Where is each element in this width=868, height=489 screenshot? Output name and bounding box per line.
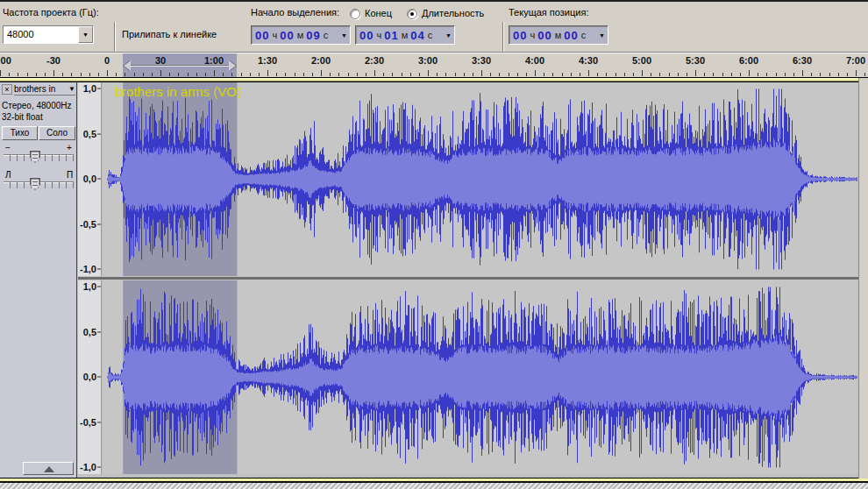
ruler-tick	[428, 70, 429, 76]
window-bottom-strip	[0, 478, 868, 489]
ruler-tick	[687, 73, 687, 76]
ruler-tick	[481, 70, 482, 76]
selection-duration-timefield[interactable]: 00 ч 01 м 04 с ▼	[355, 25, 455, 45]
ruler-tick	[0, 70, 1, 76]
ruler-tick	[490, 73, 491, 76]
ruler-time-label: 4:00	[525, 55, 544, 66]
ruler-tick	[169, 73, 170, 76]
ruler-tick	[205, 73, 206, 76]
vertical-ruler-left-channel[interactable]: 1,00,50,0-0,5-1,0	[78, 82, 102, 276]
chevron-down-icon[interactable]: ▼	[443, 32, 454, 39]
ruler-time-label: 1:00	[204, 55, 224, 66]
ruler-tick	[348, 73, 349, 76]
ruler-tick	[659, 73, 660, 76]
ruler-tick	[597, 73, 598, 76]
ruler-tick	[820, 73, 821, 76]
hours-value[interactable]: 00	[513, 29, 527, 42]
ruler-tick	[571, 73, 572, 76]
minutes-unit: м	[402, 30, 409, 40]
selection-start-timefield[interactable]: 00 ч 00 м 09 с ▼	[251, 25, 351, 45]
ruler-tick	[793, 73, 794, 76]
ruler-tick	[847, 73, 848, 76]
chevron-down-icon[interactable]: ▼	[596, 32, 608, 39]
ruler-tick	[71, 73, 72, 76]
radio-duration[interactable]	[407, 9, 417, 19]
ruler-tick	[116, 73, 117, 76]
ruler-tick	[62, 73, 63, 76]
vruler-value: 0,0	[83, 372, 96, 382]
close-icon[interactable]: ×	[2, 84, 12, 95]
ruler-tick	[330, 73, 331, 76]
vruler-tick	[97, 287, 101, 287]
ruler-tick	[722, 73, 723, 76]
ruler-tick	[785, 73, 786, 76]
ruler-time-label: 4:30	[579, 55, 598, 66]
radio-end-label[interactable]: Конец	[365, 8, 392, 18]
ruler-tick	[27, 73, 28, 76]
hours-unit: ч	[376, 30, 381, 40]
ruler-tick	[134, 73, 135, 76]
vertical-scrollbar[interactable]	[858, 78, 868, 482]
vruler-tick	[97, 377, 101, 378]
ruler-tick	[606, 73, 607, 76]
minutes-value[interactable]: 00	[280, 29, 294, 42]
gain-min-label: −	[5, 143, 11, 152]
channel-divider	[78, 276, 858, 280]
ruler-tick	[544, 73, 544, 76]
ruler-tick	[713, 73, 714, 76]
ruler-tick	[838, 73, 839, 76]
ruler-tick	[517, 73, 518, 76]
seconds-value[interactable]: 04	[410, 29, 424, 42]
chevron-down-icon[interactable]: ▼	[78, 26, 93, 43]
ruler-tick	[588, 70, 589, 76]
ruler-tick	[125, 73, 125, 76]
timeline-ruler[interactable]: -1:00-300301:001:302:002:303:003:304:004…	[0, 53, 868, 78]
ruler-time-label: 3:30	[472, 55, 491, 66]
ruler-tick	[509, 73, 509, 76]
ruler-time-label: -1:00	[0, 55, 11, 66]
project-rate-label: Частота проекта (Гц):	[3, 7, 99, 18]
project-rate-combobox[interactable]: 48000 ▼	[3, 25, 94, 44]
minutes-value[interactable]: 01	[384, 29, 398, 42]
vruler-value: 0,5	[83, 129, 96, 139]
ruler-tick	[178, 73, 179, 76]
selection-right-arrow-icon[interactable]	[229, 60, 236, 71]
hours-value[interactable]: 00	[255, 29, 269, 42]
ruler-tick	[374, 70, 375, 76]
ruler-time-label: 6:30	[793, 55, 812, 66]
ruler-tick	[749, 70, 750, 76]
ruler-tick	[464, 73, 465, 76]
audacity-window: Частота проекта (Гц): 48000 ▼ Прилипать …	[0, 0, 868, 489]
vruler-value: 0,5	[83, 327, 96, 337]
ruler-tick	[295, 73, 295, 76]
vruler-value: -1,0	[80, 462, 96, 472]
ruler-tick	[455, 73, 456, 76]
seconds-unit: с	[581, 30, 587, 40]
gain-max-label: +	[67, 143, 72, 152]
seconds-value[interactable]: 00	[564, 29, 578, 42]
vruler-value: 0,0	[83, 174, 96, 184]
waveform-right-channel[interactable]	[103, 280, 857, 474]
track-control-panel: × brothers in ▼ Стерео, 48000Hz 32-bit f…	[0, 82, 77, 478]
radio-end[interactable]	[350, 9, 360, 19]
minutes-value[interactable]: 00	[537, 29, 551, 42]
current-position-timefield[interactable]: 00 ч 00 м 00 с ▼	[509, 25, 608, 45]
ruler-tick	[615, 73, 616, 76]
ruler-tick	[250, 73, 251, 76]
track-title-dropdown[interactable]: brothers in ▼	[14, 83, 75, 96]
chevron-down-icon[interactable]: ▼	[338, 32, 350, 39]
ruler-time-label: 2:30	[365, 55, 384, 66]
hours-value[interactable]: 00	[359, 29, 374, 42]
vruler-value: 1,0	[83, 281, 96, 292]
waveform-left-channel[interactable]	[103, 82, 857, 276]
collapse-track-button[interactable]	[23, 462, 74, 475]
track-format-line2: 32-bit float	[2, 112, 43, 122]
vertical-ruler-right-channel[interactable]: 1,00,50,0-0,5-1,0	[78, 280, 102, 474]
solo-button[interactable]: Соло	[39, 126, 75, 140]
snap-to-ruler-label: Прилипать к линейке	[122, 29, 217, 39]
selection-left-arrow-icon[interactable]	[124, 60, 131, 71]
radio-duration-label[interactable]: Длительность	[422, 8, 484, 18]
ruler-tick	[758, 73, 758, 76]
mute-button[interactable]: Тихо	[2, 126, 38, 140]
seconds-value[interactable]: 09	[306, 29, 320, 42]
